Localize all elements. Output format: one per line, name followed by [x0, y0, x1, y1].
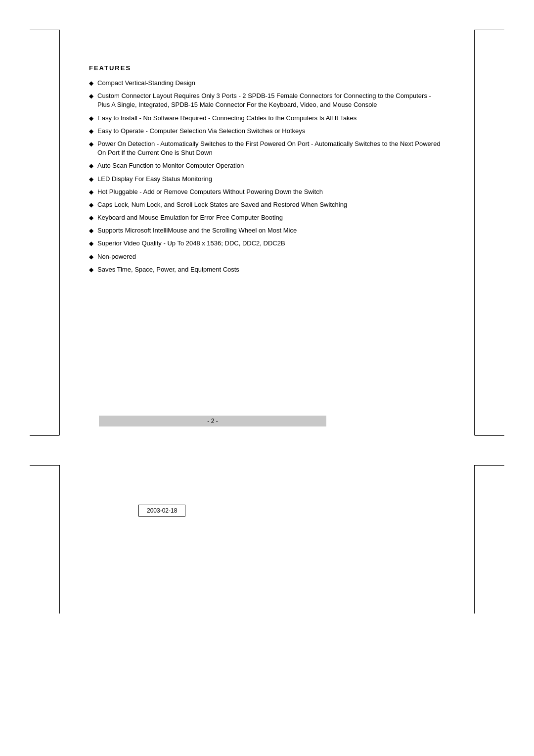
item-text: Easy to Install - No Software Required -… — [97, 114, 445, 123]
list-item: ◆Easy to Install - No Software Required … — [89, 114, 445, 123]
bullet-icon: ◆ — [89, 92, 93, 100]
page-number: - 2 - — [207, 418, 218, 425]
item-text: Saves Time, Space, Power, and Equipment … — [97, 265, 445, 274]
bullet-icon: ◆ — [89, 266, 93, 274]
date-text: 2003-02-18 — [147, 507, 177, 514]
list-item: ◆Saves Time, Space, Power, and Equipment… — [89, 265, 445, 274]
list-item: ◆LED Display For Easy Status Monitoring — [89, 175, 445, 184]
bullet-icon: ◆ — [89, 239, 93, 248]
bullet-icon: ◆ — [89, 201, 93, 209]
bullet-icon: ◆ — [89, 227, 93, 235]
item-text: Non-powered — [97, 252, 445, 261]
border-left-bottom — [59, 465, 60, 614]
date-box: 2003-02-18 — [138, 505, 185, 517]
list-item: ◆Custom Connector Layout Requires Only 3… — [89, 92, 445, 109]
list-item: ◆Keyboard and Mouse Emulation for Error … — [89, 213, 445, 222]
item-text: Superior Video Quality - Up To 2048 x 15… — [97, 239, 445, 248]
list-item: ◆Easy to Operate - Computer Selection Vi… — [89, 127, 445, 136]
item-text: LED Display For Easy Status Monitoring — [97, 175, 445, 184]
list-item: ◆Power On Detection - Automatically Swit… — [89, 140, 445, 157]
list-item: ◆Caps Lock, Num Lock, and Scroll Lock St… — [89, 200, 445, 209]
main-content: Features ◆Compact Vertical-Standing Desi… — [89, 64, 445, 278]
bullet-icon: ◆ — [89, 114, 93, 123]
item-text: Custom Connector Layout Requires Only 3 … — [97, 92, 445, 109]
border-right — [474, 30, 475, 435]
item-text: Caps Lock, Num Lock, and Scroll Lock Sta… — [97, 200, 445, 209]
bullet-icon: ◆ — [89, 214, 93, 222]
bullet-icon: ◆ — [89, 140, 93, 148]
bullet-icon: ◆ — [89, 188, 93, 196]
list-item: ◆Superior Video Quality - Up To 2048 x 1… — [89, 239, 445, 248]
corner-mark-mid-right — [475, 435, 504, 436]
item-text: Easy to Operate - Computer Selection Via… — [97, 127, 445, 136]
item-text: Keyboard and Mouse Emulation for Error F… — [97, 213, 445, 222]
list-item: ◆Auto Scan Function to Monitor Computer … — [89, 161, 445, 170]
item-text: Compact Vertical-Standing Design — [97, 79, 445, 88]
section-title: Features — [89, 64, 445, 72]
item-text: Power On Detection - Automatically Switc… — [97, 140, 445, 157]
list-item: ◆Non-powered — [89, 252, 445, 261]
item-text: Hot Pluggable - Add or Remove Computers … — [97, 188, 445, 196]
border-left — [59, 30, 60, 435]
bullet-icon: ◆ — [89, 79, 93, 88]
list-item: ◆Compact Vertical-Standing Design — [89, 79, 445, 88]
corner-mark-mid-left — [30, 435, 59, 436]
list-item: ◆Supports Microsoft IntelliMouse and the… — [89, 226, 445, 235]
footer-bar: - 2 - — [99, 416, 326, 426]
item-text: Supports Microsoft IntelliMouse and the … — [97, 226, 445, 235]
corner-mark-bottom-right — [475, 465, 504, 466]
bullet-icon: ◆ — [89, 162, 93, 170]
corner-mark-top-right — [475, 30, 504, 30]
bullet-icon: ◆ — [89, 253, 93, 261]
bullet-icon: ◆ — [89, 175, 93, 184]
item-text: Auto Scan Function to Monitor Computer O… — [97, 161, 445, 170]
list-item: ◆Hot Pluggable - Add or Remove Computers… — [89, 188, 445, 196]
border-right-bottom — [474, 465, 475, 614]
bullet-icon: ◆ — [89, 127, 93, 136]
corner-mark-top-left — [30, 30, 59, 30]
corner-mark-bottom-left — [30, 465, 59, 466]
page-container: Features ◆Compact Vertical-Standing Desi… — [0, 0, 534, 756]
features-list: ◆Compact Vertical-Standing Design◆Custom… — [89, 79, 445, 274]
